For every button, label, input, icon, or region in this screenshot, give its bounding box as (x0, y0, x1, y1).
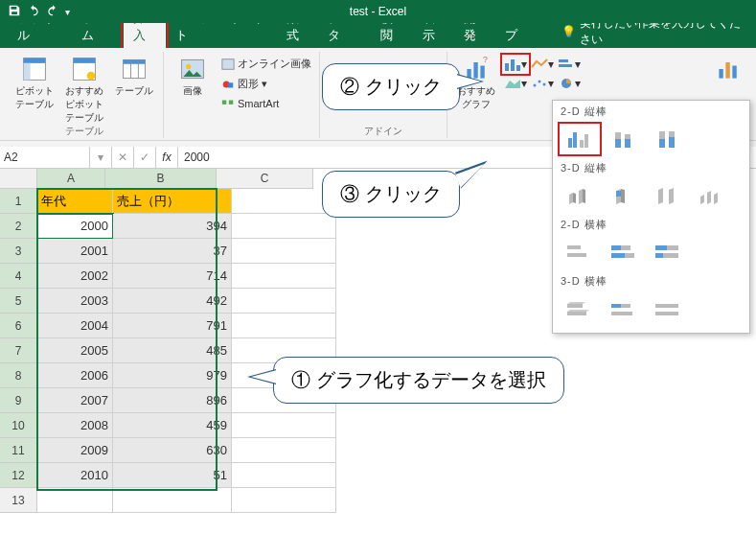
cell-B13[interactable] (113, 488, 232, 513)
3d-stacked-100-column-option[interactable] (649, 181, 687, 210)
quick-access-toolbar: ▾ (8, 4, 70, 20)
clustered-bar-option[interactable] (561, 238, 599, 267)
cell-B11[interactable]: 630 (113, 438, 232, 463)
cell-A2[interactable]: 2000 (37, 214, 113, 239)
area-chart-button[interactable]: ▾ (503, 75, 528, 92)
svg-rect-47 (567, 253, 586, 257)
cell-A9[interactable]: 2007 (37, 388, 113, 413)
3d-clustered-bar-option[interactable] (561, 294, 599, 323)
svg-rect-14 (228, 82, 233, 87)
cell-B9[interactable]: 896 (113, 388, 232, 413)
svg-rect-16 (229, 101, 233, 105)
stacked-bar-option[interactable] (605, 238, 643, 267)
shapes-button[interactable]: 図形 ▾ (219, 76, 313, 92)
cancel-icon[interactable]: ✕ (112, 147, 134, 168)
3d-stacked-bar-option[interactable] (605, 294, 643, 323)
cell-B7[interactable]: 485 (113, 338, 232, 363)
row-header-9[interactable]: 9 (0, 388, 37, 413)
online-pictures-button[interactable]: オンライン画像 (219, 56, 313, 72)
smartart-button[interactable]: SmartArt (219, 96, 313, 111)
svg-rect-38 (615, 132, 621, 139)
cell-B2[interactable]: 394 (113, 214, 232, 239)
cell-A13[interactable] (37, 488, 113, 513)
pivot-table-button[interactable]: ピボット テーブル (11, 52, 57, 111)
cell-B8[interactable]: 979 (113, 363, 232, 388)
column-header-a[interactable]: A (37, 169, 105, 189)
row-header-11[interactable]: 11 (0, 438, 37, 463)
cell-B4[interactable]: 714 (113, 264, 232, 289)
row-header-6[interactable]: 6 (0, 314, 37, 338)
table-button[interactable]: テーブル (111, 52, 157, 98)
row-header-10[interactable]: 10 (0, 413, 37, 438)
cell-B10[interactable]: 459 (113, 413, 232, 438)
stacked-column-option[interactable] (605, 125, 643, 153)
column-header-b[interactable]: B (105, 169, 217, 189)
cell-C3[interactable] (232, 239, 336, 264)
cell-C12[interactable] (232, 463, 336, 488)
cell-A12[interactable]: 2010 (37, 463, 113, 488)
group-illustrations: 画像 オンライン画像 図形 ▾ SmartArt (164, 52, 320, 138)
column-header-c[interactable]: C (217, 169, 313, 189)
cell-C6[interactable] (232, 314, 336, 338)
cell-A5[interactable]: 2003 (37, 289, 113, 314)
svg-rect-61 (655, 304, 678, 308)
cell-A7[interactable]: 2005 (37, 338, 113, 363)
cell-C1[interactable] (232, 189, 336, 214)
cell-C11[interactable] (232, 438, 336, 463)
cell-C4[interactable] (232, 264, 336, 289)
cell-A4[interactable]: 2002 (37, 264, 113, 289)
confirm-icon[interactable]: ✓ (134, 147, 156, 168)
redo-icon[interactable] (46, 4, 59, 20)
scatter-chart-button[interactable]: ▾ (530, 75, 555, 92)
cell-A1[interactable]: 年代 (37, 189, 113, 214)
row-header-13[interactable]: 13 (0, 488, 37, 513)
cell-A3[interactable]: 2001 (37, 239, 113, 264)
cell-C2[interactable] (232, 214, 336, 239)
cell-C5[interactable] (232, 289, 336, 314)
svg-rect-35 (580, 140, 584, 148)
row-header-3[interactable]: 3 (0, 239, 37, 264)
qat-dropdown-icon[interactable]: ▾ (65, 7, 70, 17)
row-header-7[interactable]: 7 (0, 338, 37, 363)
select-all-corner[interactable] (0, 169, 37, 189)
cell-C10[interactable] (232, 413, 336, 438)
name-box-dropdown-icon[interactable]: ▾ (90, 147, 112, 168)
cell-B3[interactable]: 37 (113, 239, 232, 264)
recommended-pivot-button[interactable]: おすすめ ピボットテーブル (61, 52, 107, 125)
row-header-4[interactable]: 4 (0, 264, 37, 289)
row-header-12[interactable]: 12 (0, 463, 37, 488)
stacked-100-bar-option[interactable] (649, 238, 687, 267)
3d-stacked-100-bar-option[interactable] (649, 294, 687, 323)
cell-A8[interactable]: 2006 (37, 363, 113, 388)
cell-A11[interactable]: 2009 (37, 438, 113, 463)
row-header-8[interactable]: 8 (0, 363, 37, 388)
cell-B5[interactable]: 492 (113, 289, 232, 314)
clustered-column-option[interactable] (561, 125, 599, 153)
svg-point-28 (543, 83, 546, 86)
cell-B12[interactable]: 51 (113, 463, 232, 488)
svg-rect-32 (732, 66, 736, 79)
section-3d-column: 3-D 縦棒 (553, 157, 749, 177)
cell-B6[interactable]: 791 (113, 314, 232, 338)
name-box[interactable]: A2 (0, 147, 90, 168)
cell-A10[interactable]: 2008 (37, 413, 113, 438)
save-icon[interactable] (8, 4, 21, 20)
cell-B1[interactable]: 売上（円） (113, 189, 232, 214)
undo-icon[interactable] (27, 4, 40, 20)
cell-A6[interactable]: 2004 (37, 314, 113, 338)
3d-column-option[interactable] (693, 181, 731, 210)
stacked-100-column-option[interactable] (649, 125, 687, 153)
pictures-button[interactable]: 画像 (170, 52, 216, 98)
line-chart-button[interactable]: ▾ (530, 56, 555, 73)
column-chart-button[interactable]: ▾ (503, 56, 528, 73)
3d-stacked-column-option[interactable] (605, 181, 643, 210)
fx-icon[interactable]: fx (156, 147, 178, 168)
svg-rect-56 (567, 304, 583, 308)
row-header-5[interactable]: 5 (0, 289, 37, 314)
cell-C13[interactable] (232, 488, 336, 513)
bar-chart-button[interactable]: ▾ (557, 56, 582, 73)
row-header-2[interactable]: 2 (0, 214, 37, 239)
row-header-1[interactable]: 1 (0, 189, 37, 214)
3d-clustered-column-option[interactable] (561, 181, 599, 210)
pie-chart-button[interactable]: ▾ (557, 75, 582, 92)
